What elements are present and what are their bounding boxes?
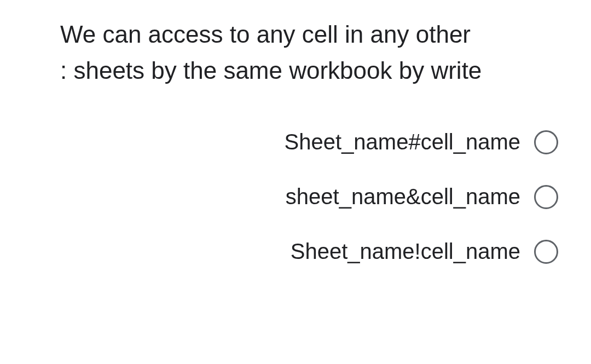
option-label-1: sheet_name&cell_name xyxy=(286,184,520,209)
option-row-2[interactable]: Sheet_name!cell_name xyxy=(291,239,558,264)
radio-unchecked-icon[interactable] xyxy=(534,240,558,264)
radio-unchecked-icon[interactable] xyxy=(534,185,558,209)
option-label-2: Sheet_name!cell_name xyxy=(291,239,520,264)
question-line-2: : sheets by the same workbook by write xyxy=(60,57,482,84)
option-row-0[interactable]: Sheet_name#cell_name xyxy=(285,130,558,154)
option-label-0: Sheet_name#cell_name xyxy=(285,130,520,154)
question-line-1: We can access to any cell in any other xyxy=(60,21,471,48)
radio-unchecked-icon[interactable] xyxy=(534,130,558,154)
question-text: We can access to any cell in any other :… xyxy=(49,16,564,89)
options-list: Sheet_name#cell_name sheet_name&cell_nam… xyxy=(49,130,564,264)
option-row-1[interactable]: sheet_name&cell_name xyxy=(286,184,558,209)
